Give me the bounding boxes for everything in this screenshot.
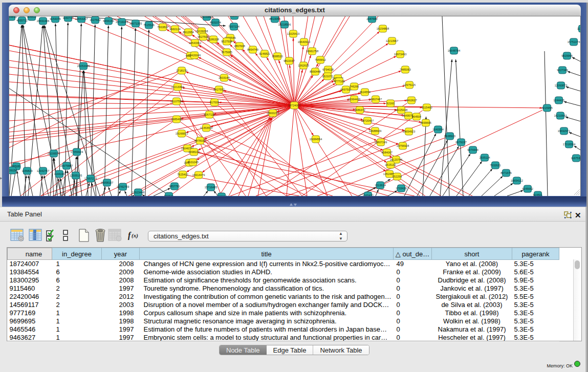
svg-text:12213369: 12213369 [171,85,184,89]
svg-text:8186328: 8186328 [208,38,219,41]
svg-text:8990448: 8990448 [310,70,320,73]
svg-text:62160: 62160 [386,102,394,105]
svg-text:1362615: 1362615 [298,64,309,67]
svg-text:8427552: 8427552 [213,88,224,91]
svg-text:9960124: 9960124 [169,28,180,31]
svg-text:16782759: 16782759 [117,185,129,188]
svg-text:1985498: 1985498 [171,118,182,121]
svg-text:1498222: 1498222 [188,150,199,154]
svg-text:9474444: 9474444 [467,148,478,151]
svg-text:11353594: 11353594 [200,126,212,129]
svg-text:9777169: 9777169 [334,80,344,83]
svg-text:1244415: 1244415 [553,99,564,102]
svg-text:19218506: 19218506 [278,23,291,26]
svg-text:10688609: 10688609 [369,129,381,133]
svg-text:7485063: 7485063 [400,68,410,71]
svg-text:16210643: 16210643 [554,114,567,117]
svg-text:16961758: 16961758 [306,50,318,53]
svg-text:1588520: 1588520 [272,55,282,58]
svg-text:f: f [128,231,132,240]
svg-text:16640910: 16640910 [298,40,310,43]
svg-text:870631: 870631 [164,194,173,196]
svg-text:7955812: 7955812 [315,58,325,61]
svg-text:15226058: 15226058 [195,30,208,33]
svg-text:1640954: 1640954 [432,128,443,131]
svg-text:7486372: 7486372 [354,108,365,112]
svg-text:17359924: 17359924 [71,150,83,154]
svg-text:9463627: 9463627 [406,99,417,102]
svg-text:2603144: 2603144 [219,76,229,79]
svg-text:1621072: 1621072 [322,75,333,78]
svg-text:964504: 964504 [412,115,421,118]
svg-text:23420046: 23420046 [188,54,201,57]
svg-text:8912954: 8912954 [183,31,193,34]
svg-text:9084067: 9084067 [381,151,392,154]
svg-text:19692971: 19692971 [558,129,570,133]
svg-text:9146821: 9146821 [259,52,270,55]
svg-text:19654923: 19654923 [403,130,415,133]
svg-text:939154: 939154 [9,169,17,172]
svg-text:20206576: 20206576 [48,152,60,155]
svg-text:9822037: 9822037 [284,59,294,62]
svg-text:8215955: 8215955 [541,106,552,110]
svg-text:16107552: 16107552 [170,100,183,103]
svg-text:12505135: 12505135 [70,174,82,177]
svg-text:10958107: 10958107 [101,181,113,184]
svg-text:10719155: 10719155 [116,20,128,24]
svg-text:812304: 812304 [230,16,239,17]
svg-text:2087682: 2087682 [366,17,377,20]
svg-text:8471676: 8471676 [500,171,511,174]
svg-text:1733426: 1733426 [396,187,406,190]
svg-text:16120746: 16120746 [390,158,402,161]
svg-text:18807249: 18807249 [375,141,387,144]
svg-text:9527508: 9527508 [221,40,232,43]
svg-text:917006: 917006 [210,101,219,104]
svg-text:26053346: 26053346 [77,64,90,68]
svg-text:1167533: 1167533 [571,157,580,160]
svg-text:924501: 924501 [533,193,542,196]
svg-text:1144194: 1144194 [54,172,64,176]
svg-text:10653267: 10653267 [75,17,88,20]
svg-text:12975115: 12975115 [403,83,416,86]
svg-text:1527602: 1527602 [90,18,100,21]
svg-text:905512: 905512 [27,16,36,18]
svg-text:(x): (x) [132,232,138,239]
svg-text:6497508: 6497508 [340,88,351,91]
svg-text:1160717: 1160717 [62,16,73,19]
svg-text:2264810: 2264810 [9,16,17,18]
svg-text:13325419: 13325419 [287,32,299,35]
svg-text:1117403: 1117403 [577,27,580,30]
svg-text:6794028: 6794028 [322,68,333,71]
svg-text:6679197: 6679197 [455,141,466,144]
svg-text:7515526: 7515526 [143,24,154,27]
svg-text:9829966: 9829966 [561,54,572,57]
svg-text:2718170: 2718170 [176,69,187,72]
svg-text:12093873: 12093873 [555,84,567,87]
svg-text:10671355: 10671355 [129,22,142,25]
svg-text:18900273: 18900273 [267,112,279,115]
svg-text:252254: 252254 [393,175,402,178]
svg-text:17016504: 17016504 [563,143,575,146]
svg-text:8699695: 8699695 [420,121,431,124]
svg-text:18724007: 18724007 [288,104,300,107]
svg-text:7663822: 7663822 [157,26,168,29]
svg-text:3675685: 3675685 [221,51,232,54]
svg-text:9527503: 9527503 [198,35,208,38]
svg-text:1065432: 1065432 [362,194,373,196]
svg-text:16033809: 16033809 [201,16,213,18]
svg-text:10654112: 10654112 [511,179,523,182]
svg-text:20691406: 20691406 [37,19,49,23]
svg-text:746266: 746266 [350,85,359,88]
svg-text:16914479: 16914479 [192,173,205,177]
svg-text:6466160: 6466160 [103,19,114,23]
svg-text:12213967: 12213967 [386,39,398,42]
svg-text:17957275: 17957275 [84,177,97,180]
svg-text:15751074: 15751074 [568,40,580,43]
svg-text:7632621: 7632621 [490,164,500,167]
svg-text:8454749: 8454749 [247,48,258,51]
svg-text:15716485: 15716485 [205,186,217,189]
svg-text:10807487: 10807487 [369,98,382,101]
svg-text:8938923: 8938923 [444,135,455,138]
svg-text:8267110: 8267110 [204,113,214,116]
svg-text:12923448: 12923448 [132,191,144,194]
